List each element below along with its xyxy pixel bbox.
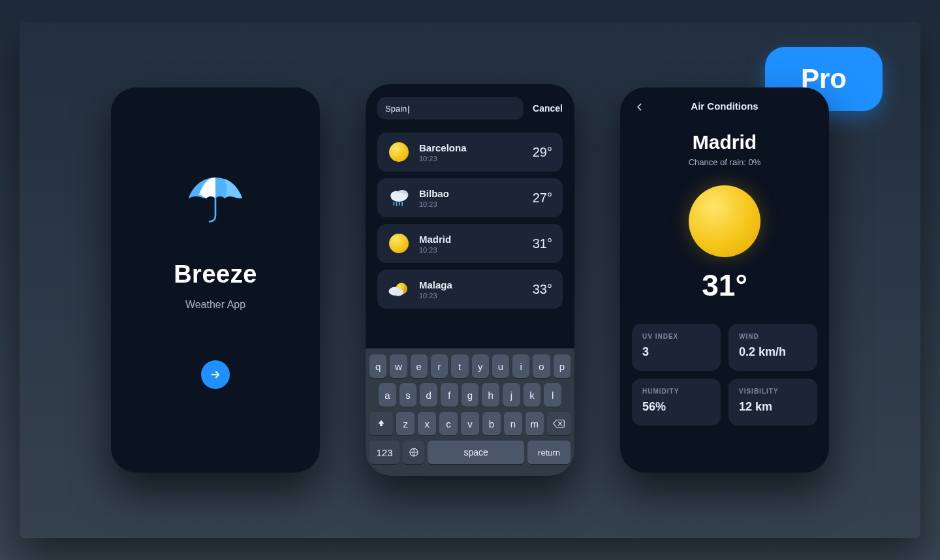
detail-rain: Chance of rain: 0% (620, 157, 829, 167)
rain-cloud-icon (388, 188, 410, 208)
stat-label: UV INDEX (642, 333, 710, 340)
backspace-icon (553, 419, 565, 428)
key-c[interactable]: c (439, 412, 458, 435)
city-card[interactable]: Bilbao10:2327° (377, 178, 563, 217)
key-emoji[interactable] (403, 441, 424, 464)
detail-temp: 31° (620, 268, 829, 303)
chevron-left-icon (635, 102, 644, 112)
city-card[interactable]: Malaga10:2333° (377, 270, 563, 309)
key-t[interactable]: t (451, 354, 468, 378)
city-card[interactable]: Madrid10:2331° (377, 224, 563, 263)
city-name: Malaga (419, 279, 524, 290)
key-z[interactable]: z (396, 412, 415, 435)
stat-value: 3 (642, 345, 710, 359)
key-y[interactable]: y (472, 354, 489, 378)
city-card[interactable]: Barcelona10:2329° (377, 132, 563, 172)
app-subtitle: Weather App (185, 299, 245, 311)
showcase-canvas: Pro Breeze Weather App Spain| Cance (20, 22, 920, 538)
key-v[interactable]: v (461, 412, 479, 435)
back-button[interactable] (633, 101, 646, 114)
key-g[interactable]: g (462, 383, 479, 407)
cancel-button[interactable]: Cancel (533, 103, 563, 114)
key-f[interactable]: f (441, 383, 458, 407)
globe-icon (409, 447, 419, 458)
city-name: Bilbao (419, 188, 524, 199)
umbrella-icon (186, 172, 245, 224)
stat-label: HUMIDITY (642, 388, 710, 395)
city-time: 10:23 (419, 155, 524, 163)
key-w[interactable]: w (390, 354, 407, 378)
key-e[interactable]: e (411, 354, 428, 378)
city-name: Madrid (419, 234, 524, 245)
key-return[interactable]: return (527, 441, 571, 464)
city-temp: 27° (533, 191, 552, 206)
city-time: 10:23 (419, 246, 524, 254)
key-u[interactable]: u (492, 354, 509, 378)
key-l[interactable]: l (544, 383, 561, 407)
phone-detail: Air Conditions Madrid Chance of rain: 0%… (620, 87, 829, 473)
key-k[interactable]: k (524, 383, 541, 407)
key-backspace[interactable] (547, 412, 571, 435)
shift-icon (377, 419, 386, 428)
phone-search: Spain| Cancel Barcelona10:2329° Bilbao10… (366, 84, 574, 476)
start-button[interactable] (201, 360, 230, 389)
key-s[interactable]: s (400, 383, 417, 407)
stat-value: 12 km (739, 400, 807, 414)
stat-value: 0.2 km/h (739, 345, 807, 359)
stat-value: 56% (642, 400, 710, 414)
stat-card: WIND0.2 km/h (728, 324, 817, 371)
sun-icon (389, 142, 409, 162)
app-title: Breeze (174, 260, 257, 288)
stat-label: VISIBILITY (739, 388, 807, 395)
stat-card: HUMIDITY56% (632, 379, 721, 426)
stat-label: WIND (739, 333, 807, 340)
keyboard: qwertyuiop asdfghjkl zxcvbnm 123 space r… (366, 349, 574, 476)
key-x[interactable]: x (418, 412, 436, 435)
key-123[interactable]: 123 (369, 441, 400, 464)
key-space[interactable]: space (428, 441, 524, 464)
city-list: Barcelona10:2329° Bilbao10:2327°Madrid10… (366, 129, 574, 313)
stat-card: UV INDEX3 (632, 324, 721, 371)
key-o[interactable]: o (533, 354, 550, 378)
sun-icon (689, 185, 760, 257)
city-time: 10:23 (419, 292, 524, 300)
city-temp: 33° (533, 282, 552, 297)
key-shift[interactable] (369, 412, 393, 435)
key-b[interactable]: b (482, 412, 501, 435)
city-time: 10:23 (419, 200, 524, 208)
key-q[interactable]: q (369, 354, 386, 378)
arrow-right-icon (210, 369, 221, 381)
key-j[interactable]: j (503, 383, 520, 407)
phone-splash: Breeze Weather App (111, 87, 320, 473)
stat-card: VISIBILITY12 km (728, 379, 817, 426)
city-name: Barcelona (419, 142, 524, 153)
city-temp: 31° (533, 236, 552, 251)
key-d[interactable]: d (420, 383, 437, 407)
city-temp: 29° (533, 145, 552, 160)
stat-grid: UV INDEX3WIND0.2 km/hHUMIDITY56%VISIBILI… (620, 309, 829, 437)
svg-point-9 (393, 288, 403, 296)
detail-header: Air Conditions (691, 101, 758, 112)
key-a[interactable]: a (379, 383, 396, 407)
search-query-text: Spain (385, 104, 407, 114)
search-input[interactable]: Spain| (377, 97, 524, 119)
key-h[interactable]: h (482, 383, 499, 407)
sun-cloud-icon (388, 279, 410, 299)
key-p[interactable]: p (554, 354, 571, 378)
key-i[interactable]: i (512, 354, 529, 378)
key-m[interactable]: m (525, 412, 544, 435)
key-r[interactable]: r (431, 354, 448, 378)
sun-icon (389, 234, 409, 253)
svg-point-2 (391, 193, 407, 202)
key-n[interactable]: n (504, 412, 522, 435)
detail-city: Madrid (620, 131, 829, 153)
